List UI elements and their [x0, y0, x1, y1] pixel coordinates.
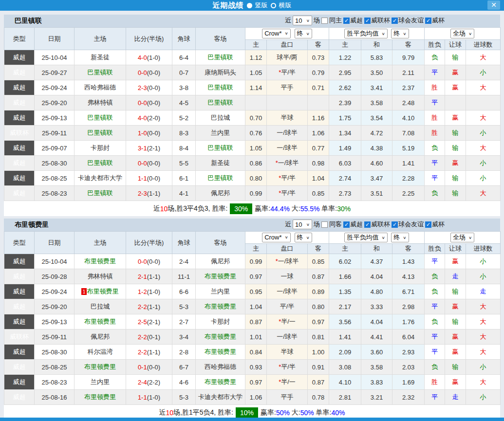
cell-asia-away-odds: 0.79 [308, 65, 329, 80]
cell-score: 0-0(0-0) [126, 254, 172, 269]
cell-asia-home-odds: 0.99 [245, 254, 267, 269]
cell-score: 2-3(1-1) [126, 186, 172, 201]
home-team-name: 西哈弗福德 [84, 84, 116, 91]
cell-score: 3-1(2-1) [126, 141, 172, 156]
cell-date: 25-08-30 [35, 156, 75, 171]
match-count-select[interactable]: 10 ∨ [293, 16, 312, 25]
cell-result-wdl: 负 [425, 269, 445, 284]
cell-eu-draw-odds: 3.60 [361, 345, 392, 360]
full-time-score: 0-0 [138, 69, 147, 76]
match-count-value: 10 [295, 17, 302, 24]
cell-asia-away-odds: 0.98 [308, 156, 329, 171]
same-side-checkbox[interactable] [321, 221, 328, 228]
europe-odds-select[interactable]: 胜平负均值 ∨ [344, 233, 387, 242]
cell-asia-home-odds: 1.06 [245, 390, 267, 405]
radio-vertical-layout[interactable] [247, 3, 252, 8]
asia-odds-select[interactable]: Crow* ∨ [262, 233, 291, 242]
result-scope-select[interactable]: 全场 ∨ [450, 29, 474, 38]
europe-odds-select[interactable]: 胜平负均值 ∨ [344, 29, 387, 38]
cell-home-team: 弗林特镇 [75, 95, 126, 110]
close-icon[interactable]: ✕ [487, 0, 500, 10]
match-row: 威超 25-09-24 西哈弗福德 2-3(0-0) 3-8 巴里镇联 1.14… [4, 80, 501, 95]
cell-eu-draw-odds: 3.83 [361, 375, 392, 390]
cell-eu-draw-odds: 4.41 [361, 329, 392, 345]
col-asia-away: 客 [308, 40, 329, 50]
radio-horizontal-label: 横版 [279, 1, 292, 10]
match-rows: 威超 25-10-04 布里顿费里 0-0(0-0) 2-4 佩尼邦 0.99 … [4, 254, 501, 405]
cell-eu-home-odds: 2.09 [329, 345, 361, 360]
league-checkbox[interactable]: ✓ [364, 18, 371, 24]
cell-eu-draw-odds: 3.51 [361, 186, 392, 201]
summary-text: 40% [332, 409, 345, 417]
away-team-name: 佩尼邦 [211, 189, 230, 197]
league-filters: ✓威超✓威联杯✓球会友谊✓威杯 [343, 220, 446, 229]
cell-asia-away-odds: 1.00 [308, 345, 329, 360]
league-checkbox[interactable]: ✓ [425, 221, 431, 228]
half-time-score: (1-1) [147, 190, 160, 197]
cell-asia-handicap: 一/球半 [267, 329, 308, 345]
cell-asia-home-odds: 0.80 [245, 171, 267, 186]
league-checkbox[interactable]: ✓ [364, 221, 371, 228]
away-team-name: 康纳斯码头 [205, 69, 236, 76]
cell-result-handicap: 输 [445, 126, 466, 141]
cell-away-team: 布里顿费里 [196, 269, 245, 284]
half-time-score: (0-0) [147, 129, 160, 137]
home-team-name: 巴里镇联 [88, 69, 113, 76]
dialog-title: 近期战绩 [213, 1, 244, 10]
cell-eu-home-odds: 1.22 [329, 50, 361, 65]
cell-score: 2-2(0-1) [126, 329, 172, 345]
europe-odds-header: 胜平负均值 ∨ 终 ∨ [329, 232, 425, 244]
col-score: 比分(半场) [126, 232, 172, 254]
league-checkbox[interactable]: ✓ [425, 18, 431, 24]
half-time-score: (1-1) [147, 303, 160, 311]
matches-table-wrap: 类型 日期 主场 比分(半场) 角球 客场 Crow* ∨ 终 [4, 231, 500, 405]
cell-result-goals: 走 [466, 284, 501, 299]
radio-horizontal-layout[interactable] [271, 3, 276, 8]
cell-result-goals: 小 [466, 65, 501, 80]
league-checkbox[interactable]: ✓ [392, 18, 398, 24]
summary-text: 大: [290, 408, 300, 417]
cell-result-wdl: 负 [425, 314, 445, 329]
europe-final-select[interactable]: 终 ∨ [391, 29, 409, 38]
cell-away-team: 布里顿费里 [196, 375, 245, 390]
full-time-score: 2-3 [138, 190, 147, 197]
away-team-name: 布里顿费里 [205, 273, 236, 280]
cell-eu-draw-odds: 3.21 [361, 390, 392, 405]
cell-corner: 5-3 [172, 299, 196, 314]
half-time-score: (2-0) [147, 114, 160, 122]
away-team-name: 巴里镇联 [208, 84, 233, 91]
cell-result-handicap: 赢 [445, 156, 466, 171]
cell-eu-away-odds: 4.13 [392, 269, 425, 284]
europe-final-select[interactable]: 终 ∨ [391, 233, 409, 242]
cell-away-team: 布里顿费里 [196, 345, 245, 360]
league-checkbox[interactable]: ✓ [343, 18, 350, 24]
home-team-name: 巴里镇联 [88, 159, 113, 166]
cell-type: 威超 [4, 95, 35, 110]
asia-final-select[interactable]: 终 ∨ [295, 29, 312, 38]
home-team-name: 科尔温湾 [88, 348, 113, 355]
asia-odds-header: Crow* ∨ 终 ∨ [245, 232, 329, 244]
match-count-select[interactable]: 10 ∨ [293, 220, 312, 229]
cell-asia-away-odds: 1.16 [308, 110, 329, 126]
cell-type: 威超 [4, 254, 35, 269]
cell-asia-handicap: *一/球半 [267, 254, 308, 269]
cell-result-handicap: 走 [445, 269, 466, 284]
summary-text: 50% [276, 409, 290, 417]
asia-final-select[interactable]: 终 ∨ [295, 233, 312, 242]
result-scope-select[interactable]: 全场 ∨ [450, 233, 474, 242]
same-side-checkbox[interactable] [321, 18, 328, 24]
asia-odds-select[interactable]: Crow* ∨ [262, 29, 291, 38]
half-time-score: (1-1) [147, 273, 160, 280]
cell-asia-away-odds: 0.73 [308, 50, 329, 65]
cell-score: 0-0(0-0) [126, 156, 172, 171]
away-team-name: 西哈弗福德 [205, 363, 236, 370]
full-time-score: 2-2 [138, 303, 147, 311]
league-label: 威联杯 [371, 220, 390, 229]
summary-text: 场,胜1平5负4, 胜率: [173, 408, 233, 417]
league-checkbox[interactable]: ✓ [392, 221, 398, 228]
cell-home-team: 科尔温湾 [75, 345, 126, 360]
cell-score: 0-0(0-0) [126, 65, 172, 80]
league-checkbox[interactable]: ✓ [343, 221, 350, 228]
cell-asia-home-odds: 0.84 [245, 345, 267, 360]
cell-eu-draw-odds: 4.37 [361, 254, 392, 269]
